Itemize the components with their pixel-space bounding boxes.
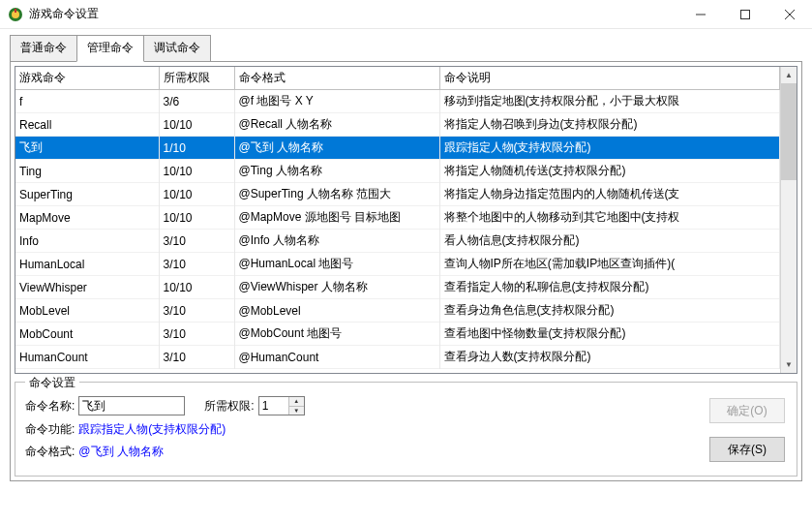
cell-perm: 3/10 [159,323,234,346]
spin-up-button[interactable]: ▲ [289,397,304,407]
cell-desc: 将整个地图中的人物移动到其它地图中(支持权 [439,206,780,230]
table-row[interactable]: 飞到1/10@飞到 人物名称跟踪指定人物(支持权限分配) [15,137,780,160]
cell-perm: 3/10 [159,299,234,323]
permission-stepper[interactable]: ▲ ▼ [258,396,305,415]
cell-fmt: @HumanLocal 地图号 [234,253,439,276]
cell-perm: 3/6 [159,90,234,113]
func-label: 命令功能: [25,421,75,438]
cell-cmd: HumanCount [15,346,159,369]
cell-desc: 将指定人物随机传送(支持权限分配) [439,160,780,183]
header-fmt[interactable]: 命令格式 [234,67,439,90]
fmt-value: @飞到 人物名称 [78,444,164,460]
titlebar: 游戏命令设置 [0,0,812,29]
table-row[interactable]: HumanCount3/10@HumanCount查看身边人数(支持权限分配) [15,346,780,369]
cell-desc: 跟踪指定人物(支持权限分配) [439,137,780,160]
cell-desc: 查看身边角色信息(支持权限分配) [439,299,780,323]
cell-fmt: @MapMove 源地图号 目标地图 [234,206,439,230]
cell-perm: 10/10 [159,276,234,299]
cell-desc: 移动到指定地图(支持权限分配，小于最大权限 [439,90,780,113]
cell-cmd: MapMove [15,206,159,230]
command-name-input[interactable] [78,396,185,415]
cell-perm: 10/10 [159,206,234,230]
vertical-scrollbar[interactable]: ▲ ▼ [780,67,797,373]
confirm-button[interactable]: 确定(O) [709,398,785,423]
tab-panel: 游戏命令 所需权限 命令格式 命令说明 f3/6@f 地图号 X Y移动到指定地… [10,61,802,481]
cell-fmt: @Ting 人物名称 [234,160,439,183]
scroll-down-button[interactable]: ▼ [781,356,797,373]
cell-perm: 10/10 [159,160,234,183]
table-row[interactable]: f3/6@f 地图号 X Y移动到指定地图(支持权限分配，小于最大权限 [15,90,780,113]
cell-cmd: MobCount [15,323,159,346]
maximize-button[interactable] [723,0,767,29]
tab-normal[interactable]: 普通命令 [10,35,77,62]
header-cmd[interactable]: 游戏命令 [15,67,159,90]
group-title: 命令设置 [25,375,79,391]
perm-label: 所需权限: [204,398,254,415]
cell-desc: 查看身边人数(支持权限分配) [439,346,780,369]
cell-desc: 查看指定人物的私聊信息(支持权限分配) [439,276,780,299]
cell-perm: 10/10 [159,183,234,206]
cell-cmd: 飞到 [15,137,159,160]
cell-fmt: @ViewWhisper 人物名称 [234,276,439,299]
cell-cmd: Info [15,230,159,253]
cell-fmt: @飞到 人物名称 [234,137,439,160]
header-perm[interactable]: 所需权限 [159,67,234,90]
cell-desc: 将指定人物身边指定范围内的人物随机传送(支 [439,183,780,206]
table-row[interactable]: MobCount3/10@MobCount 地图号查看地图中怪物数量(支持权限分… [15,323,780,346]
cell-fmt: @HumanCount [234,346,439,369]
table-row[interactable]: HumanLocal3/10@HumanLocal 地图号查询人物IP所在地区(… [15,253,780,276]
cell-desc: 看人物信息(支持权限分配) [439,230,780,253]
fmt-label: 命令格式: [25,444,75,460]
table-row[interactable]: Recall10/10@Recall 人物名称将指定人物召唤到身边(支持权限分配… [15,113,780,137]
window-title: 游戏命令设置 [29,6,678,22]
cell-cmd: f [15,90,159,113]
table-row[interactable]: ViewWhisper10/10@ViewWhisper 人物名称查看指定人物的… [15,276,780,299]
cell-desc: 查询人物IP所在地区(需加载IP地区查询插件)( [439,253,780,276]
cell-perm: 3/10 [159,253,234,276]
app-icon [8,7,23,22]
settings-group: 命令设置 命令名称: 所需权限: ▲ ▼ 命令功能: 跟踪指定人物(支持权限分配… [15,382,797,477]
cell-cmd: MobLevel [15,299,159,323]
scroll-track[interactable] [781,83,797,356]
cell-fmt: @SuperTing 人物名称 范围大 [234,183,439,206]
header-desc[interactable]: 命令说明 [439,67,780,90]
table-row[interactable]: Info3/10@Info 人物名称看人物信息(支持权限分配) [15,230,780,253]
table-row[interactable]: MapMove10/10@MapMove 源地图号 目标地图将整个地图中的人物移… [15,206,780,230]
cell-cmd: ViewWhisper [15,276,159,299]
name-label: 命令名称: [25,398,75,415]
svg-rect-4 [741,10,750,18]
close-button[interactable] [767,0,812,29]
cell-cmd: HumanLocal [15,253,159,276]
cell-cmd: SuperTing [15,183,159,206]
cell-fmt: @MobCount 地图号 [234,323,439,346]
scroll-up-button[interactable]: ▲ [781,67,797,83]
table-row[interactable]: Ting10/10@Ting 人物名称将指定人物随机传送(支持权限分配) [15,160,780,183]
minimize-button[interactable] [678,0,723,29]
cell-desc: 查看地图中怪物数量(支持权限分配) [439,323,780,346]
command-table: 游戏命令 所需权限 命令格式 命令说明 f3/6@f 地图号 X Y移动到指定地… [15,67,780,369]
cell-fmt: @Recall 人物名称 [234,113,439,137]
save-button[interactable]: 保存(S) [709,437,785,462]
cell-perm: 10/10 [159,113,234,137]
scroll-thumb[interactable] [781,83,797,180]
cell-cmd: Ting [15,160,159,183]
svg-rect-2 [15,9,16,13]
table-row[interactable]: SuperTing10/10@SuperTing 人物名称 范围大将指定人物身边… [15,183,780,206]
spin-down-button[interactable]: ▼ [289,407,304,415]
cell-fmt: @Info 人物名称 [234,230,439,253]
tab-debug[interactable]: 调试命令 [143,35,211,62]
cell-perm: 1/10 [159,137,234,160]
permission-input[interactable] [259,397,288,415]
command-table-container: 游戏命令 所需权限 命令格式 命令说明 f3/6@f 地图号 X Y移动到指定地… [15,66,797,374]
tab-admin[interactable]: 管理命令 [76,35,144,62]
func-value: 跟踪指定人物(支持权限分配) [78,421,226,438]
table-row[interactable]: MobLevel3/10@MobLevel查看身边角色信息(支持权限分配) [15,299,780,323]
cell-cmd: Recall [15,113,159,137]
cell-perm: 3/10 [159,346,234,369]
cell-fmt: @MobLevel [234,299,439,323]
cell-perm: 3/10 [159,230,234,253]
cell-desc: 将指定人物召唤到身边(支持权限分配) [439,113,780,137]
cell-fmt: @f 地图号 X Y [234,90,439,113]
tabs: 普通命令 管理命令 调试命令 [10,35,802,62]
